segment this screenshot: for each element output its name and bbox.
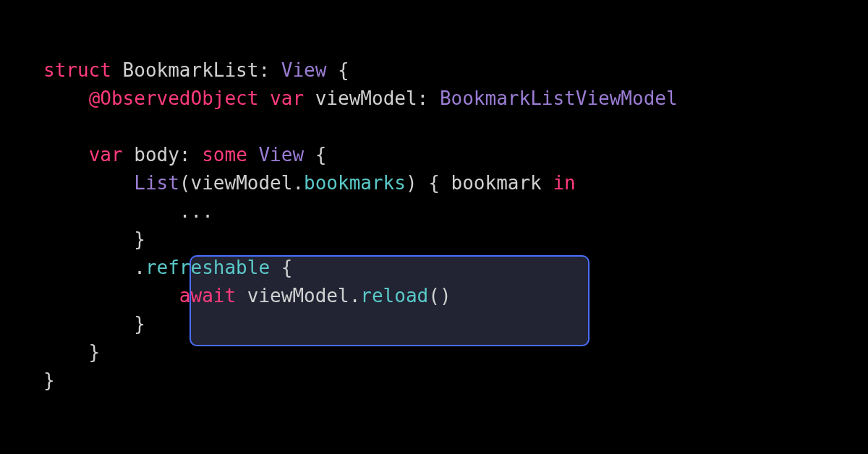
attribute: @ObservedObject — [89, 87, 259, 109]
code-block: struct BookmarkList: View { @ObservedObj… — [43, 56, 825, 395]
code-line: .refreshable { — [43, 254, 825, 282]
keyword-var: var — [258, 87, 304, 109]
code-line-blank — [43, 113, 825, 141]
modifier-refreshable: refreshable — [145, 257, 270, 278]
code-line: struct BookmarkList: View { — [43, 56, 825, 85]
code-line: } — [43, 226, 825, 254]
closure-params: ) { bookmark — [406, 172, 553, 194]
close-brace: } — [43, 369, 55, 391]
type-name: BookmarkList — [111, 59, 259, 81]
close-brace: } — [43, 228, 145, 250]
indent — [43, 172, 134, 194]
code-line: } — [43, 338, 825, 367]
keyword-await: await — [179, 285, 236, 307]
type-list: List — [134, 172, 179, 194]
type-name: BookmarkListViewModel — [440, 87, 678, 109]
method-reload: reload — [360, 285, 428, 307]
close-brace: } — [43, 341, 100, 363]
code-line: } — [43, 367, 825, 395]
code-line: ... — [43, 197, 825, 226]
code-line: List(viewModel.bookmarks) { bookmark in — [43, 169, 825, 197]
keyword-in: in — [553, 172, 575, 194]
code-content: struct BookmarkList: View { @ObservedObj… — [43, 56, 825, 395]
indent-dot: . — [43, 257, 145, 278]
indent — [43, 144, 89, 166]
code-line: @ObservedObject var viewModel: BookmarkL… — [43, 85, 825, 113]
keyword-struct: struct — [43, 59, 111, 81]
colon: : — [258, 59, 281, 81]
indent — [43, 87, 89, 109]
type-view: View — [281, 59, 327, 81]
property-name: viewModel: — [304, 87, 440, 109]
parens: () — [428, 285, 451, 307]
paren-open: (viewModel. — [179, 172, 304, 194]
property-body: body: — [123, 144, 203, 166]
indent — [43, 285, 179, 307]
ellipsis: ... — [43, 200, 213, 222]
code-line: var body: some View { — [43, 141, 825, 169]
close-brace: } — [43, 313, 145, 335]
open-brace: { — [304, 144, 326, 166]
open-brace: { — [326, 59, 349, 81]
open-brace: { — [270, 257, 292, 278]
keyword-var: var — [89, 144, 123, 166]
keyword-some: some — [202, 144, 247, 166]
code-line: await viewModel.reload() — [43, 282, 825, 310]
code-line: } — [43, 310, 825, 338]
expr: viewModel. — [236, 285, 360, 307]
type-view: View — [247, 144, 304, 166]
property-bookmarks: bookmarks — [304, 172, 406, 194]
